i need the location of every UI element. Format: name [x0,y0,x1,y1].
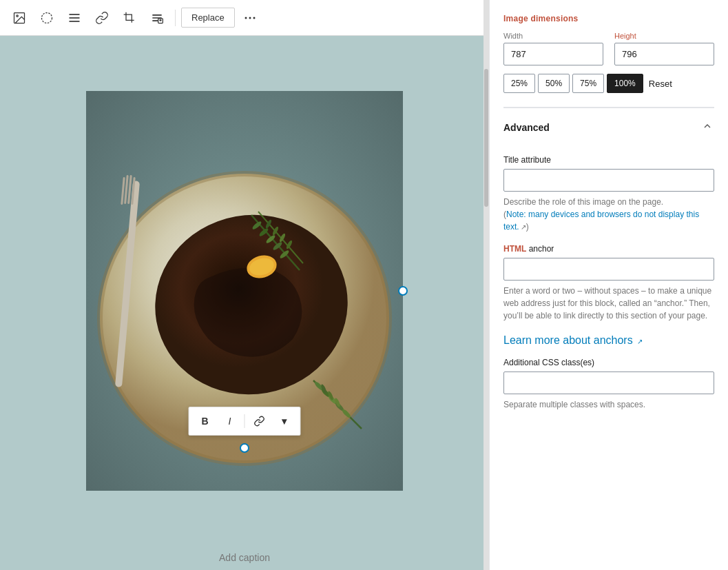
advanced-section-header: Advanced [503,108,714,144]
svg-point-1 [17,14,18,16]
svg-rect-3 [70,14,80,15]
pct-50-button[interactable]: 50% [538,74,570,93]
advanced-collapse-button[interactable] [700,119,714,136]
text-format-toolbar: B I ▾ [189,407,301,436]
css-classes-help: Separate multiple classes with spaces. [503,398,714,411]
height-label: Height [614,32,714,40]
caption-placeholder: Add caption [219,552,270,563]
svg-point-9 [253,17,255,19]
more-text-options-button[interactable]: ▾ [273,410,296,432]
caption-area[interactable]: Add caption [0,545,489,570]
scroll-thumb [484,69,488,207]
width-field: Width [503,32,603,65]
crop-tool-button[interactable] [117,6,142,30]
replace-button[interactable]: Replace [181,8,235,28]
title-attribute-group: Title attribute Describe the role of thi… [503,155,714,233]
settings-panel: Image dimensions Width Height 25% 50% 75… [489,0,728,570]
svg-point-2 [42,12,52,23]
image-tool-button[interactable] [7,6,32,30]
svg-point-8 [249,17,251,19]
advanced-section: Advanced Title attribute Describe the ro… [503,107,714,411]
scrollbar[interactable] [483,0,489,570]
anchor-help-text: Enter a word or two – without spaces – t… [503,285,714,322]
image-area: B I ▾ [0,36,489,545]
image-container: B I ▾ [86,91,403,491]
dimensions-section: Image dimensions Width Height 25% 50% 75… [503,14,714,93]
title-attribute-input[interactable] [503,169,714,192]
align-tool-button[interactable] [62,6,87,30]
dimensions-title: Image dimensions [503,14,714,23]
external-link-icon: ↗ [521,222,526,232]
svg-rect-4 [70,17,80,19]
css-classes-label: Additional CSS class(es) [503,358,714,367]
anchor-external-icon: ↗ [637,338,643,345]
pct-100-button[interactable]: 100% [607,74,643,93]
text-overlay-button[interactable] [145,6,169,30]
bottom-resize-handle[interactable] [240,443,249,453]
toolbar-divider [175,10,176,26]
dimensions-row: Width Height [503,32,714,65]
bold-button[interactable]: B [194,410,217,432]
percent-buttons-group: 25% 50% 75% 100% Reset [503,74,714,93]
height-input[interactable] [614,43,714,65]
width-input[interactable] [503,43,603,65]
height-field: Height [614,32,714,65]
html-anchor-label-text: anchor [526,244,554,254]
svg-rect-5 [70,21,80,22]
title-attribute-help: Describe the role of this image on the p… [503,196,714,233]
title-help-link[interactable]: Note: many devices and browsers do not d… [503,210,699,232]
width-label: Width [503,32,603,40]
advanced-title: Advanced [503,122,550,133]
italic-button[interactable]: I [218,410,242,432]
learn-more-anchors-link[interactable]: Learn more about anchors ↗ [503,334,643,346]
html-anchor-group: HTML anchor Enter a word or two – withou… [503,244,714,347]
text-toolbar-divider [245,414,245,428]
reset-link[interactable]: Reset [646,74,675,93]
image-toolbar: Replace [0,0,489,36]
link-tool-button[interactable] [90,6,114,30]
svg-point-7 [245,17,247,19]
css-classes-group: Additional CSS class(es) Separate multip… [503,358,714,411]
html-anchor-input[interactable] [503,258,714,281]
pct-75-button[interactable]: 75% [572,74,604,93]
select-tool-button[interactable] [34,6,59,30]
pct-25-button[interactable]: 25% [503,74,535,93]
more-options-button[interactable] [238,6,262,30]
image-editor-panel: Replace [0,0,489,570]
link-text-button[interactable] [248,410,271,432]
title-attribute-label: Title attribute [503,155,714,165]
resize-handle[interactable] [398,286,408,296]
css-classes-input[interactable] [503,371,714,394]
html-anchor-label: HTML anchor [503,244,714,254]
